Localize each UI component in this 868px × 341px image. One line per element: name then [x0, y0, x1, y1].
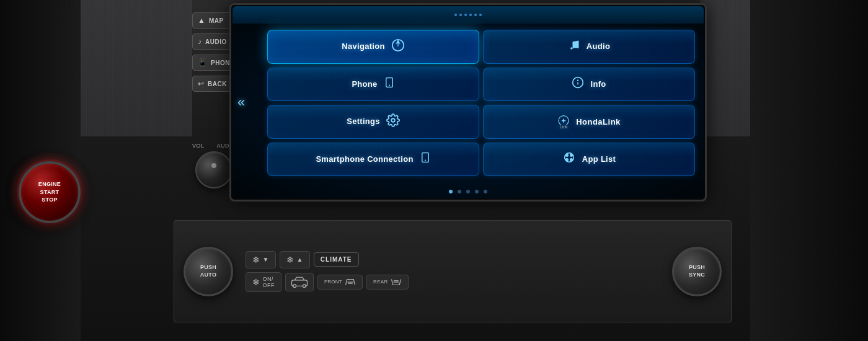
- topbar-dot: [464, 14, 467, 16]
- svg-point-17: [293, 284, 296, 287]
- fan-up-button[interactable]: ❄ ▲: [280, 251, 310, 268]
- climate-label-button[interactable]: CLIMATE: [314, 252, 359, 267]
- applist-icon: [562, 151, 576, 167]
- page-dot-1[interactable]: [449, 190, 453, 193]
- page-dot-5[interactable]: [484, 190, 487, 193]
- climate-knob-left[interactable]: PUSH AUTO: [184, 247, 233, 296]
- engine-label: ENGINE START STOP: [38, 180, 61, 204]
- settings-button[interactable]: Settings: [267, 105, 479, 139]
- applist-button[interactable]: App List: [483, 143, 695, 177]
- car-icon: [291, 276, 308, 288]
- vol-label: VOL: [192, 143, 205, 149]
- fan-up-icon: ❄: [286, 255, 294, 265]
- page-indicator: [232, 190, 704, 193]
- settings-icon: [386, 113, 400, 130]
- hondalink-logo: HondaLink: [576, 117, 621, 126]
- fan-down-icon: ❄: [252, 255, 260, 265]
- topbar-dot: [459, 14, 462, 16]
- page-dot-3[interactable]: [466, 190, 470, 193]
- volume-knob[interactable]: [195, 151, 232, 188]
- screen-topbar: [232, 6, 704, 24]
- audio-icon: [568, 39, 580, 55]
- back-arrow-button[interactable]: «: [237, 94, 245, 110]
- climate-knob-right[interactable]: PUSH SYNC: [672, 247, 722, 296]
- hondalink-button[interactable]: Link HondaLink: [483, 105, 695, 139]
- info-icon: [572, 76, 584, 92]
- metal-texture-right: [701, 0, 750, 136]
- topbar-dot: [474, 14, 477, 16]
- climate-right-knob-label: PUSH SYNC: [689, 264, 705, 278]
- topbar-dot: [479, 14, 482, 16]
- svg-point-12: [570, 154, 573, 157]
- rear-defrost-button[interactable]: [285, 273, 314, 291]
- svg-point-8: [391, 118, 395, 122]
- map-icon: ▲: [198, 16, 205, 25]
- svg-point-18: [303, 284, 306, 287]
- dashboard: ENGINE START STOP ▲ MAP ♪ AUDIO 📱 PHONE …: [0, 0, 868, 341]
- info-label: Info: [590, 79, 606, 89]
- front-defrost-icon: [345, 278, 356, 286]
- phone-icon: [384, 77, 395, 91]
- ac-icon: ❄: [252, 277, 260, 287]
- metal-texture-left: [81, 0, 192, 136]
- rear-heat-button[interactable]: REAR: [366, 275, 408, 290]
- smartphone-icon: [420, 152, 431, 166]
- topbar-dots: [454, 14, 482, 16]
- phone-label: Phone: [352, 79, 377, 89]
- audio-side-icon: ♪: [198, 37, 202, 46]
- page-dot-4[interactable]: [475, 190, 479, 193]
- climate-control-section: PUSH AUTO ❄ ▼ ❄ ▲ CLIMATE: [174, 220, 732, 322]
- svg-point-11: [565, 154, 568, 157]
- front-defrost-button[interactable]: FRONT: [317, 275, 363, 290]
- smartphone-label: Smartphone Connection: [316, 154, 413, 164]
- back-icon: ↩: [198, 79, 204, 88]
- navigation-icon: [391, 38, 405, 55]
- svg-marker-1: [396, 40, 400, 44]
- topbar-dot: [469, 14, 472, 16]
- settings-label: Settings: [347, 117, 380, 126]
- navigation-label: Navigation: [342, 42, 384, 51]
- right-edge: [750, 0, 868, 341]
- navigation-button[interactable]: Navigation: [267, 30, 479, 64]
- svg-point-15: [564, 153, 574, 162]
- climate-left-knob-label: PUSH AUTO: [200, 264, 217, 278]
- main-menu-grid: Navigation Audio: [264, 26, 699, 180]
- ac-onoff-button[interactable]: ❄ ON/OFF: [246, 272, 281, 292]
- audio-button[interactable]: Audio: [483, 30, 695, 64]
- phone-side-icon: 📱: [198, 58, 207, 67]
- rear-defrost-icon: [391, 278, 402, 286]
- smartphone-connection-button[interactable]: Smartphone Connection: [267, 143, 479, 177]
- infotainment-screen: « Navigation: [232, 6, 704, 198]
- hondalink-icon: Link: [557, 115, 570, 129]
- page-dot-2[interactable]: [458, 190, 461, 193]
- phone-button[interactable]: Phone: [267, 68, 479, 102]
- info-button[interactable]: Info: [483, 68, 695, 102]
- applist-label: App List: [582, 154, 616, 164]
- engine-start-stop-button[interactable]: ENGINE START STOP: [19, 161, 81, 223]
- fan-down-button[interactable]: ❄ ▼: [246, 251, 276, 268]
- climate-label: CLIMATE: [321, 256, 352, 263]
- audio-label: Audio: [587, 42, 610, 51]
- knob-indicator: [211, 163, 216, 168]
- topbar-dot: [454, 14, 457, 16]
